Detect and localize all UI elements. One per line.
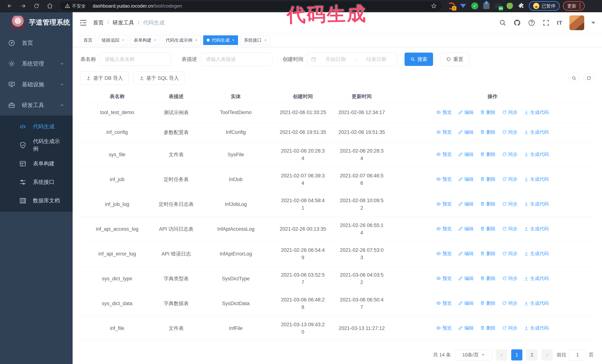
reset-button[interactable]: 重置 <box>441 52 469 66</box>
close-icon[interactable]: × <box>122 38 124 42</box>
preview-link[interactable]: 预览 <box>436 129 452 135</box>
breadcrumb-dev-tools[interactable]: 研发工具 <box>113 19 134 26</box>
fullscreen-icon[interactable] <box>542 19 550 26</box>
delete-link[interactable]: 删除 <box>480 300 495 306</box>
close-icon[interactable]: × <box>232 38 235 42</box>
preview-link[interactable]: 预览 <box>436 300 452 306</box>
preview-link[interactable]: 预览 <box>436 151 452 157</box>
preview-link[interactable]: 预览 <box>436 275 452 281</box>
preview-link[interactable]: 预览 <box>436 109 452 115</box>
generate-code-link[interactable]: 生成代码 <box>524 250 549 257</box>
browser-menu-icon[interactable] <box>580 3 580 9</box>
sync-link[interactable]: 同步 <box>502 226 517 232</box>
hamburger-icon[interactable] <box>79 19 87 27</box>
edit-link[interactable]: 编辑 <box>458 201 474 207</box>
breadcrumb-home[interactable]: 首页 <box>93 19 104 26</box>
delete-link[interactable]: 删除 <box>480 109 495 115</box>
delete-link[interactable]: 删除 <box>480 176 495 182</box>
extension-gem-icon[interactable] <box>459 2 467 10</box>
generate-code-link[interactable]: 生成代码 <box>524 109 549 115</box>
user-avatar[interactable] <box>570 15 584 30</box>
delete-link[interactable]: 删除 <box>480 151 495 157</box>
table-name-input[interactable] <box>100 52 171 66</box>
sync-link[interactable]: 同步 <box>502 176 517 182</box>
browser-back-button[interactable] <box>4 1 16 11</box>
generate-code-link[interactable]: 生成代码 <box>524 226 549 232</box>
delete-link[interactable]: 删除 <box>480 250 495 257</box>
edit-link[interactable]: 编辑 <box>458 275 474 281</box>
import-db-button[interactable]: 基于 DB 导入 <box>80 72 129 85</box>
sidebar-item-codegen[interactable]: 代码生成 <box>0 117 73 136</box>
edit-link[interactable]: 编辑 <box>458 109 474 115</box>
close-icon[interactable]: × <box>264 38 267 42</box>
generate-code-link[interactable]: 生成代码 <box>524 151 549 157</box>
browser-home-button[interactable] <box>44 1 55 11</box>
sync-link[interactable]: 同步 <box>502 151 517 157</box>
delete-link[interactable]: 删除 <box>480 275 495 281</box>
close-icon[interactable]: × <box>195 38 197 42</box>
page-size-select[interactable]: 10条/页 <box>455 349 492 361</box>
prev-page-button[interactable]: ‹ <box>496 349 507 361</box>
sidebar-item-db-docs[interactable]: 数据库文档 <box>0 191 73 210</box>
delete-link[interactable]: 删除 <box>480 201 495 207</box>
close-icon[interactable]: × <box>154 38 157 42</box>
app-logo-row[interactable]: 芋道管理系统 <box>0 12 73 32</box>
search-icon[interactable] <box>499 19 506 26</box>
sync-link[interactable]: 同步 <box>502 250 517 257</box>
toggle-search-button[interactable] <box>569 73 580 83</box>
tab-tracing[interactable]: 链路追踪× <box>98 35 128 45</box>
generate-code-link[interactable]: 生成代码 <box>524 300 549 306</box>
extension-c-icon[interactable]: 1 <box>447 2 456 10</box>
tab-home[interactable]: 首页 <box>80 35 96 45</box>
tab-system-api[interactable]: 系统接口× <box>240 35 270 45</box>
preview-link[interactable]: 预览 <box>436 176 452 182</box>
sidebar-item-codegen-example[interactable]: 代码生成示例 <box>0 136 73 154</box>
page-button-2[interactable]: 2 <box>527 349 538 361</box>
sync-link[interactable]: 同步 <box>502 109 517 115</box>
address-bar[interactable]: 不安全 dashboard.yudao.iocoder.cn/tool/code… <box>60 1 441 10</box>
font-size-icon[interactable]: tT <box>557 20 562 26</box>
extension-on-icon[interactable]: on <box>494 2 502 10</box>
sidebar-item-home[interactable]: 首页 <box>0 32 73 53</box>
delete-link[interactable]: 删除 <box>480 226 495 232</box>
preview-link[interactable]: 预览 <box>436 250 452 257</box>
sync-link[interactable]: 同步 <box>502 201 517 207</box>
delete-link[interactable]: 删除 <box>480 129 495 135</box>
puzzle-icon[interactable] <box>517 2 526 10</box>
extension-frog-icon[interactable] <box>505 2 514 10</box>
tab-codegen-example[interactable]: 代码生成示例× <box>162 35 201 45</box>
sync-link[interactable]: 同步 <box>502 325 517 331</box>
next-page-button[interactable]: › <box>542 349 553 361</box>
delete-link[interactable]: 删除 <box>480 325 495 331</box>
tab-form-builder[interactable]: 表单构建× <box>130 35 160 45</box>
preview-link[interactable]: 预览 <box>436 226 452 232</box>
sync-link[interactable]: 同步 <box>502 129 517 135</box>
sidebar-item-dev-tools[interactable]: 研发工具 <box>0 95 73 115</box>
generate-code-link[interactable]: 生成代码 <box>524 325 549 331</box>
generate-code-link[interactable]: 生成代码 <box>524 176 549 182</box>
refresh-table-button[interactable] <box>583 73 594 83</box>
caret-down-icon[interactable] <box>591 22 595 26</box>
browser-forward-button[interactable] <box>17 1 29 11</box>
sync-link[interactable]: 同步 <box>502 300 517 306</box>
extension-check-icon[interactable]: ✓ <box>471 2 479 10</box>
sidebar-item-infrastructure[interactable]: 基础设施 <box>0 74 73 95</box>
import-sql-button[interactable]: 基于 SQL 导入 <box>134 72 185 85</box>
generate-code-link[interactable]: 生成代码 <box>524 129 549 135</box>
bookmark-star-icon[interactable] <box>431 3 437 9</box>
sidebar-item-system-api[interactable]: 系统接口 <box>0 173 73 191</box>
edit-link[interactable]: 编辑 <box>458 226 474 232</box>
preview-link[interactable]: 预览 <box>436 325 452 331</box>
generate-code-link[interactable]: 生成代码 <box>524 275 549 281</box>
preview-link[interactable]: 预览 <box>436 201 452 207</box>
sidebar-item-form-builder[interactable]: 表单构建 <box>0 154 73 173</box>
tab-codegen[interactable]: 代码生成× <box>203 35 238 45</box>
browser-reload-button[interactable] <box>31 1 42 11</box>
sidebar-item-system-management[interactable]: 系统管理 <box>0 53 73 74</box>
edit-link[interactable]: 编辑 <box>458 300 474 306</box>
edit-link[interactable]: 编辑 <box>458 250 474 257</box>
security-indicator[interactable]: 不安全 <box>65 3 86 9</box>
edit-link[interactable]: 编辑 <box>458 325 474 331</box>
search-button[interactable]: 搜索 <box>405 52 433 66</box>
goto-page-input[interactable] <box>569 349 586 361</box>
